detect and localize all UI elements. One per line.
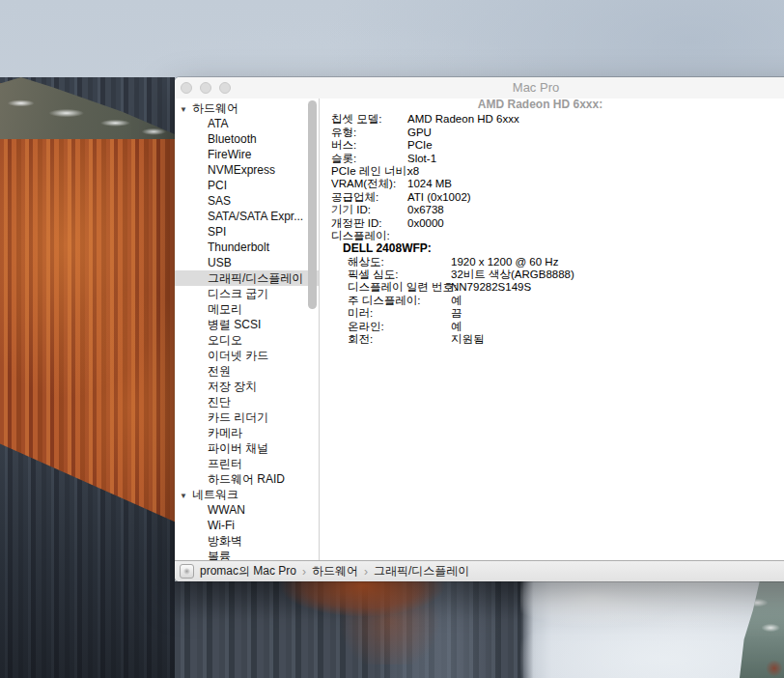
sidebar-item-memory[interactable]: 메모리 bbox=[175, 301, 319, 317]
sidebar-item-storage[interactable]: 저장 장치 bbox=[175, 379, 319, 394]
section-title: AMD Radeon HD 6xxx: bbox=[320, 99, 784, 111]
row-display-serial: 디스플레이 일련 번호:NN79282S149S bbox=[320, 281, 784, 294]
row-bus: 버스:PCIe bbox=[320, 139, 784, 152]
property-list: AMD Radeon HD 6xxx: 칩셋 모델:AMD Radeon HD … bbox=[320, 99, 784, 346]
disclosure-triangle-icon[interactable]: ▼ bbox=[175, 489, 192, 504]
sidebar: ▼하드웨어 ATA Bluetooth FireWire NVMExpress … bbox=[175, 99, 320, 560]
row-resolution: 해상도:1920 x 1200 @ 60 Hz bbox=[320, 256, 784, 268]
sidebar-item-printers[interactable]: 프린터 bbox=[175, 456, 319, 471]
window-body: ▼하드웨어 ATA Bluetooth FireWire NVMExpress … bbox=[175, 99, 784, 560]
breadcrumb-hardware[interactable]: 하드웨어 bbox=[312, 563, 358, 579]
row-vendor: 공급업체:ATI (0x1002) bbox=[320, 191, 784, 204]
row-type: 유형:GPU bbox=[320, 127, 784, 139]
sidebar-item-wwan[interactable]: WWAN bbox=[175, 502, 319, 518]
sidebar-item-fibre-channel[interactable]: 파이버 채널 bbox=[175, 440, 319, 456]
row-rotation: 회전:지원됨 bbox=[320, 333, 784, 346]
sidebar-item-spi[interactable]: SPI bbox=[175, 224, 319, 240]
sidebar-item-sata[interactable]: SATA/SATA Expr... bbox=[175, 209, 319, 224]
sidebar-item-firewall[interactable]: 방화벽 bbox=[175, 533, 319, 549]
display-title: DELL 2408WFP: bbox=[320, 242, 784, 255]
sidebar-item-usb[interactable]: USB bbox=[175, 255, 319, 270]
row-online: 온라인:예 bbox=[320, 321, 784, 333]
sidebar-item-camera[interactable]: 카메라 bbox=[175, 425, 319, 440]
row-device-id: 기기 ID:0x6738 bbox=[320, 204, 784, 216]
sidebar-item-bluetooth[interactable]: Bluetooth bbox=[175, 131, 319, 147]
sidebar-group-network[interactable]: ▼네트워크 bbox=[175, 487, 319, 502]
sidebar-item-wifi[interactable]: Wi-Fi bbox=[175, 518, 319, 533]
breadcrumb-bar: promac의 Mac Pro › 하드웨어 › 그래픽/디스플레이 bbox=[175, 560, 784, 581]
row-pcie-lane-width: PCIe 레인 너비:x8 bbox=[320, 165, 784, 178]
sidebar-item-volumes[interactable]: 볼륨 bbox=[175, 549, 319, 560]
sidebar-item-hardware-raid[interactable]: 하드웨어 RAID bbox=[175, 471, 319, 487]
wallpaper-bottom bbox=[175, 581, 784, 678]
sidebar-item-thunderbolt[interactable]: Thunderbolt bbox=[175, 240, 319, 255]
sidebar-item-graphics-displays[interactable]: 그래픽/디스플레이 bbox=[175, 270, 320, 286]
sidebar-item-audio[interactable]: 오디오 bbox=[175, 332, 319, 348]
row-revision-id: 개정판 ID:0x0000 bbox=[320, 217, 784, 230]
row-displays-group: 디스플레이: bbox=[320, 230, 784, 242]
window-title: Mac Pro bbox=[175, 77, 784, 99]
sidebar-item-nvmexpress[interactable]: NVMExpress bbox=[175, 162, 319, 178]
row-main-display: 주 디스플레이:예 bbox=[320, 295, 784, 307]
sidebar-item-ata[interactable]: ATA bbox=[175, 116, 319, 131]
sidebar-item-firewire[interactable]: FireWire bbox=[175, 147, 319, 162]
row-pixel-depth: 픽셀 심도:32비트 색상(ARGB8888) bbox=[320, 268, 784, 281]
row-mirror: 미러:끔 bbox=[320, 307, 784, 320]
sidebar-group-label: 네트워크 bbox=[192, 488, 238, 501]
system-information-window: Mac Pro ▼하드웨어 ATA Bluetooth FireWire NVM… bbox=[175, 77, 784, 581]
sidebar-item-parallel-scsi[interactable]: 병렬 SCSI bbox=[175, 317, 319, 332]
sidebar-item-card-reader[interactable]: 카드 리더기 bbox=[175, 410, 319, 425]
row-vram: VRAM(전체):1024 MB bbox=[320, 178, 784, 190]
mac-pro-icon bbox=[180, 564, 194, 579]
chevron-right-icon: › bbox=[302, 565, 306, 579]
chevron-right-icon: › bbox=[364, 565, 368, 579]
breadcrumb-graphics-displays[interactable]: 그래픽/디스플레이 bbox=[374, 563, 469, 579]
wallpaper-bottom-orange-glow bbox=[233, 581, 503, 664]
breadcrumb-computer[interactable]: promac의 Mac Pro bbox=[200, 563, 296, 579]
sidebar-item-ethernet-cards[interactable]: 이더넷 카드 bbox=[175, 348, 319, 363]
detail-pane: AMD Radeon HD 6xxx: 칩셋 모델:AMD Radeon HD … bbox=[320, 99, 784, 560]
sidebar-item-power[interactable]: 전원 bbox=[175, 363, 319, 379]
row-slot: 슬롯:Slot-1 bbox=[320, 153, 784, 165]
sidebar-item-sas[interactable]: SAS bbox=[175, 193, 319, 209]
sidebar-item-diagnostics[interactable]: 진단 bbox=[175, 394, 319, 410]
sidebar-item-disc-burning[interactable]: 디스크 굽기 bbox=[175, 286, 319, 301]
titlebar[interactable]: Mac Pro bbox=[175, 77, 784, 99]
sidebar-scrollbar-thumb[interactable] bbox=[308, 100, 317, 309]
sidebar-item-pci[interactable]: PCI bbox=[175, 178, 319, 193]
wallpaper-cliff bbox=[0, 77, 175, 678]
row-chipset-model: 칩셋 모델:AMD Radeon HD 6xxx bbox=[320, 113, 784, 126]
